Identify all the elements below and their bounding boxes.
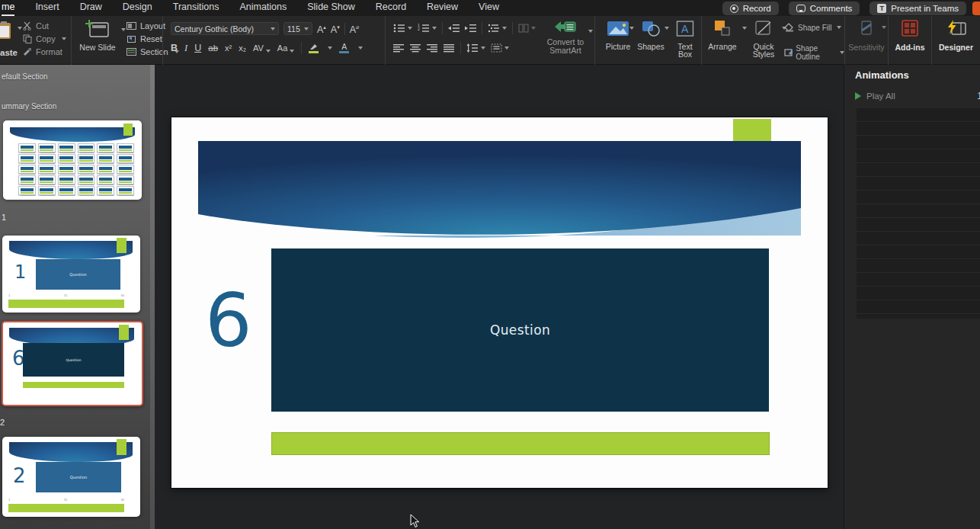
- new-slide-dropdown-icon[interactable]: [121, 28, 126, 31]
- section-header-default[interactable]: efault Section: [2, 72, 48, 81]
- menu-tab-draw[interactable]: Draw: [80, 0, 102, 16]
- summary-mini-card: [38, 175, 56, 184]
- addins-button[interactable]: Add-ins: [889, 20, 931, 52]
- summary-mini-card: [97, 143, 114, 152]
- summary-mini-card: [58, 143, 75, 152]
- shapes-button[interactable]: Shapes: [635, 20, 667, 51]
- arrange-button[interactable]: Arrange: [705, 20, 740, 51]
- align-right-button[interactable]: [427, 43, 438, 53]
- menu-tab-view[interactable]: View: [479, 0, 499, 16]
- shrink-font-button[interactable]: A▾: [331, 22, 340, 35]
- bullets-button[interactable]: [393, 24, 412, 33]
- subscript-button[interactable]: x₂: [239, 43, 246, 53]
- clear-formatting-button[interactable]: A⌀: [350, 22, 360, 35]
- thumbnail-slide-1[interactable]: 1 Question 11530: [2, 236, 140, 313]
- shape-outline-label: Shape Outline: [796, 44, 834, 61]
- designer-group: Designer: [931, 16, 980, 65]
- menu-tab-record[interactable]: Record: [376, 0, 406, 16]
- align-center-button[interactable]: [410, 43, 421, 53]
- font-size-dropdown-icon: [304, 27, 309, 30]
- menu-tab-home[interactable]: me: [2, 0, 14, 16]
- sensitivity-dropdown-icon: [882, 26, 886, 29]
- new-slide-button[interactable]: New Slide: [78, 19, 117, 52]
- font-name-select[interactable]: Century Gothic (Body): [171, 22, 279, 35]
- sensitivity-button[interactable]: Sensitivity: [845, 20, 888, 52]
- thumb-question-box: Question: [36, 462, 121, 492]
- addins-icon: [901, 20, 919, 37]
- record-button[interactable]: Record: [722, 2, 779, 15]
- slide-6-canvas[interactable]: 6 Question: [171, 117, 828, 488]
- section-header-summary[interactable]: ummary Section: [2, 102, 56, 111]
- summary-mini-card: [78, 175, 95, 184]
- animation-count-badge: 1: [977, 91, 980, 101]
- underline-button[interactable]: U: [194, 43, 201, 53]
- menu-tab-design[interactable]: Design: [123, 0, 152, 16]
- line-spacing-button[interactable]: [466, 43, 485, 53]
- format-painter-button[interactable]: Format: [23, 47, 66, 56]
- convert-to-smartart-button[interactable]: Convert to SmartArt: [540, 19, 591, 55]
- align-left-button[interactable]: [393, 43, 405, 53]
- comments-button-label: Comments: [810, 4, 853, 13]
- menu-tab-review[interactable]: Review: [427, 0, 458, 16]
- menu-tab-transitions[interactable]: Transitions: [173, 0, 219, 16]
- justify-button[interactable]: [444, 43, 455, 53]
- present-in-teams-button[interactable]: T Present in Teams: [870, 2, 966, 15]
- superscript-button[interactable]: x²: [225, 43, 232, 53]
- highlight-dropdown-icon[interactable]: [328, 46, 332, 50]
- cut-button[interactable]: Cut: [23, 21, 66, 30]
- italic-button[interactable]: I: [184, 43, 187, 54]
- summary-mini-card: [38, 143, 56, 152]
- text-highlight-button[interactable]: [309, 43, 319, 53]
- thumbnail-slide-6-selected[interactable]: 6 Question: [2, 321, 143, 406]
- menu-tab-animations[interactable]: Animations: [239, 0, 287, 16]
- numbering-button[interactable]: 12: [418, 24, 437, 33]
- menu-tabs: me Insert Draw Design Transitions Animat…: [0, 0, 499, 16]
- shapes-dropdown-icon[interactable]: [665, 27, 669, 30]
- quick-styles-button[interactable]: Quick Styles: [746, 20, 781, 58]
- slide-thumbnail-pane: efault Section ummary Section 1 1 Questi…: [0, 65, 155, 529]
- slide-green-bar-shape[interactable]: [271, 432, 770, 455]
- text-direction-button[interactable]: [491, 43, 509, 53]
- play-all-button[interactable]: Play All: [855, 91, 895, 101]
- font-size-select[interactable]: 115: [283, 22, 312, 35]
- thumb-green-bar: [8, 504, 124, 512]
- animation-list[interactable]: [857, 108, 980, 319]
- comments-button[interactable]: Comments: [789, 2, 860, 15]
- thumbnail-summary-slide[interactable]: [3, 120, 142, 200]
- menu-tab-slideshow[interactable]: Slide Show: [307, 0, 355, 16]
- thumb-banner: [9, 442, 133, 462]
- increase-indent-button[interactable]: [465, 24, 476, 33]
- decrease-indent-button[interactable]: [448, 24, 460, 33]
- thumb-ruler-ticks: 11530: [8, 293, 124, 297]
- editing-canvas: 6 Question: [155, 65, 844, 529]
- text-box-button[interactable]: A Text Box: [670, 20, 700, 58]
- picture-button[interactable]: Picture: [601, 20, 635, 51]
- font-color-dropdown-icon[interactable]: [358, 46, 363, 50]
- multilevel-list-button[interactable]: [488, 24, 507, 33]
- grow-font-button[interactable]: A▴: [317, 22, 326, 35]
- columns-button[interactable]: [518, 24, 536, 33]
- shape-outline-button[interactable]: Shape Outline: [784, 44, 844, 61]
- character-spacing-label: AV: [253, 43, 264, 53]
- slide-question-box[interactable]: Question: [271, 248, 769, 412]
- summary-grid: [18, 143, 134, 195]
- picture-dropdown-icon[interactable]: [629, 27, 634, 30]
- shape-fill-button[interactable]: Shape Fill: [784, 23, 841, 32]
- format-label: Format: [36, 47, 62, 56]
- share-button-partial[interactable]: [972, 2, 980, 15]
- designer-button[interactable]: Designer: [932, 20, 980, 52]
- bold-button[interactable]: B: [171, 43, 178, 53]
- paste-dropdown-icon[interactable]: [18, 27, 22, 30]
- slide-number-text[interactable]: 6: [205, 284, 252, 357]
- copy-button[interactable]: Copy: [23, 34, 66, 43]
- paste-icon[interactable]: [0, 21, 12, 40]
- menu-tab-insert[interactable]: Insert: [35, 0, 59, 16]
- character-spacing-button[interactable]: AV: [253, 43, 271, 53]
- paste-button-label[interactable]: aste: [0, 48, 18, 57]
- slide-banner-shape[interactable]: [198, 141, 801, 238]
- picture-icon: [607, 20, 629, 37]
- change-case-button[interactable]: Aa: [277, 43, 294, 53]
- strikethrough-button[interactable]: ab: [208, 43, 218, 53]
- font-color-button[interactable]: A: [339, 43, 349, 53]
- thumbnail-slide-2[interactable]: 2 Question 11530: [2, 437, 140, 517]
